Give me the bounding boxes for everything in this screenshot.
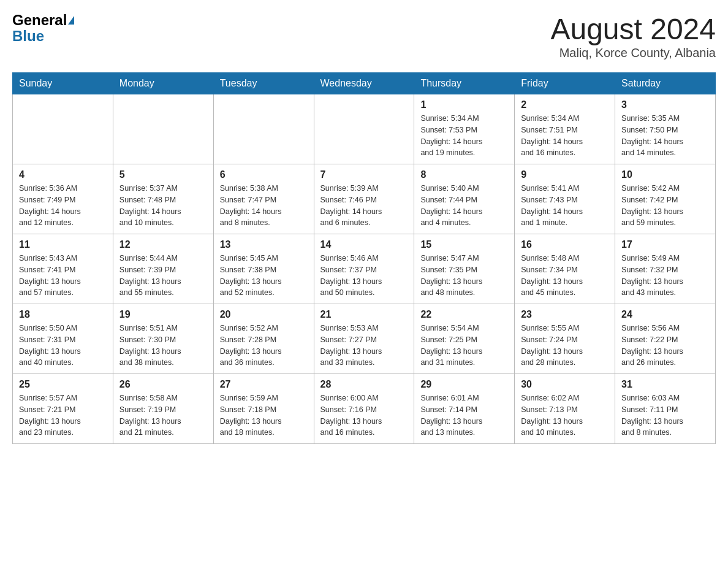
calendar-week-row: 25Sunrise: 5:57 AM Sunset: 7:21 PM Dayli… bbox=[13, 374, 716, 444]
calendar-cell: 26Sunrise: 5:58 AM Sunset: 7:19 PM Dayli… bbox=[113, 374, 213, 444]
day-info: Sunrise: 5:39 AM Sunset: 7:46 PM Dayligh… bbox=[320, 183, 408, 229]
calendar-cell: 10Sunrise: 5:42 AM Sunset: 7:42 PM Dayli… bbox=[615, 164, 716, 234]
day-info: Sunrise: 5:43 AM Sunset: 7:41 PM Dayligh… bbox=[19, 253, 107, 299]
calendar-cell: 28Sunrise: 6:00 AM Sunset: 7:16 PM Dayli… bbox=[314, 374, 414, 444]
day-info: Sunrise: 6:03 AM Sunset: 7:11 PM Dayligh… bbox=[621, 393, 709, 439]
day-info: Sunrise: 5:49 AM Sunset: 7:32 PM Dayligh… bbox=[621, 253, 709, 299]
calendar-cell: 21Sunrise: 5:53 AM Sunset: 7:27 PM Dayli… bbox=[314, 304, 414, 374]
calendar-cell: 3Sunrise: 5:35 AM Sunset: 7:50 PM Daylig… bbox=[615, 94, 716, 164]
day-number: 19 bbox=[119, 309, 207, 320]
day-info: Sunrise: 5:47 AM Sunset: 7:35 PM Dayligh… bbox=[420, 253, 508, 299]
calendar-cell: 7Sunrise: 5:39 AM Sunset: 7:46 PM Daylig… bbox=[314, 164, 414, 234]
day-number: 26 bbox=[119, 379, 207, 390]
day-info: Sunrise: 5:45 AM Sunset: 7:38 PM Dayligh… bbox=[220, 253, 308, 299]
day-number: 5 bbox=[119, 169, 207, 180]
calendar-cell bbox=[213, 94, 314, 164]
day-info: Sunrise: 5:36 AM Sunset: 7:49 PM Dayligh… bbox=[19, 183, 107, 229]
calendar-cell: 2Sunrise: 5:34 AM Sunset: 7:51 PM Daylig… bbox=[515, 94, 615, 164]
day-info: Sunrise: 5:56 AM Sunset: 7:22 PM Dayligh… bbox=[621, 323, 709, 369]
day-info: Sunrise: 5:35 AM Sunset: 7:50 PM Dayligh… bbox=[621, 113, 709, 159]
day-number: 10 bbox=[621, 169, 709, 180]
calendar-week-row: 11Sunrise: 5:43 AM Sunset: 7:41 PM Dayli… bbox=[13, 234, 716, 304]
day-info: Sunrise: 5:50 AM Sunset: 7:31 PM Dayligh… bbox=[19, 323, 107, 369]
day-number: 25 bbox=[19, 379, 107, 390]
calendar-cell: 16Sunrise: 5:48 AM Sunset: 7:34 PM Dayli… bbox=[515, 234, 615, 304]
day-number: 7 bbox=[320, 169, 408, 180]
calendar-cell: 17Sunrise: 5:49 AM Sunset: 7:32 PM Dayli… bbox=[615, 234, 716, 304]
calendar-cell: 11Sunrise: 5:43 AM Sunset: 7:41 PM Dayli… bbox=[13, 234, 113, 304]
day-number: 12 bbox=[119, 239, 207, 250]
calendar-cell: 23Sunrise: 5:55 AM Sunset: 7:24 PM Dayli… bbox=[515, 304, 615, 374]
day-info: Sunrise: 6:00 AM Sunset: 7:16 PM Dayligh… bbox=[320, 393, 408, 439]
day-number: 6 bbox=[220, 169, 308, 180]
calendar-cell: 20Sunrise: 5:52 AM Sunset: 7:28 PM Dayli… bbox=[213, 304, 314, 374]
calendar-week-row: 4Sunrise: 5:36 AM Sunset: 7:49 PM Daylig… bbox=[13, 164, 716, 234]
logo-blue: Blue bbox=[12, 28, 44, 44]
calendar-cell: 27Sunrise: 5:59 AM Sunset: 7:18 PM Dayli… bbox=[213, 374, 314, 444]
calendar-cell bbox=[13, 94, 113, 164]
calendar-cell: 6Sunrise: 5:38 AM Sunset: 7:47 PM Daylig… bbox=[213, 164, 314, 234]
calendar-table: SundayMondayTuesdayWednesdayThursdayFrid… bbox=[12, 72, 716, 444]
calendar-header-row: SundayMondayTuesdayWednesdayThursdayFrid… bbox=[13, 73, 716, 94]
day-number: 29 bbox=[420, 379, 508, 390]
calendar-cell: 29Sunrise: 6:01 AM Sunset: 7:14 PM Dayli… bbox=[414, 374, 515, 444]
day-number: 23 bbox=[521, 309, 609, 320]
day-info: Sunrise: 5:44 AM Sunset: 7:39 PM Dayligh… bbox=[119, 253, 207, 299]
col-header-wednesday: Wednesday bbox=[314, 73, 414, 94]
day-info: Sunrise: 5:42 AM Sunset: 7:42 PM Dayligh… bbox=[621, 183, 709, 229]
col-header-tuesday: Tuesday bbox=[213, 73, 314, 94]
day-info: Sunrise: 5:38 AM Sunset: 7:47 PM Dayligh… bbox=[220, 183, 308, 229]
calendar-cell: 5Sunrise: 5:37 AM Sunset: 7:48 PM Daylig… bbox=[113, 164, 213, 234]
calendar-cell: 15Sunrise: 5:47 AM Sunset: 7:35 PM Dayli… bbox=[414, 234, 515, 304]
day-info: Sunrise: 5:54 AM Sunset: 7:25 PM Dayligh… bbox=[420, 323, 508, 369]
col-header-monday: Monday bbox=[113, 73, 213, 94]
calendar-cell: 1Sunrise: 5:34 AM Sunset: 7:53 PM Daylig… bbox=[414, 94, 515, 164]
calendar-cell: 18Sunrise: 5:50 AM Sunset: 7:31 PM Dayli… bbox=[13, 304, 113, 374]
day-info: Sunrise: 5:48 AM Sunset: 7:34 PM Dayligh… bbox=[521, 253, 609, 299]
day-number: 14 bbox=[320, 239, 408, 250]
day-info: Sunrise: 6:02 AM Sunset: 7:13 PM Dayligh… bbox=[521, 393, 609, 439]
day-info: Sunrise: 5:58 AM Sunset: 7:19 PM Dayligh… bbox=[119, 393, 207, 439]
day-info: Sunrise: 6:01 AM Sunset: 7:14 PM Dayligh… bbox=[420, 393, 508, 439]
day-info: Sunrise: 5:34 AM Sunset: 7:51 PM Dayligh… bbox=[521, 113, 609, 159]
calendar-week-row: 18Sunrise: 5:50 AM Sunset: 7:31 PM Dayli… bbox=[13, 304, 716, 374]
day-number: 3 bbox=[621, 99, 709, 110]
day-number: 16 bbox=[521, 239, 609, 250]
day-info: Sunrise: 5:37 AM Sunset: 7:48 PM Dayligh… bbox=[119, 183, 207, 229]
day-number: 18 bbox=[19, 309, 107, 320]
day-info: Sunrise: 5:57 AM Sunset: 7:21 PM Dayligh… bbox=[19, 393, 107, 439]
logo: General Blue bbox=[12, 12, 74, 45]
month-title: August 2024 bbox=[550, 12, 716, 46]
day-number: 13 bbox=[220, 239, 308, 250]
day-number: 11 bbox=[19, 239, 107, 250]
day-number: 15 bbox=[420, 239, 508, 250]
col-header-saturday: Saturday bbox=[615, 73, 716, 94]
day-number: 31 bbox=[621, 379, 709, 390]
day-number: 24 bbox=[621, 309, 709, 320]
calendar-cell: 19Sunrise: 5:51 AM Sunset: 7:30 PM Dayli… bbox=[113, 304, 213, 374]
day-info: Sunrise: 5:46 AM Sunset: 7:37 PM Dayligh… bbox=[320, 253, 408, 299]
day-info: Sunrise: 5:41 AM Sunset: 7:43 PM Dayligh… bbox=[521, 183, 609, 229]
day-number: 21 bbox=[320, 309, 408, 320]
calendar-cell: 12Sunrise: 5:44 AM Sunset: 7:39 PM Dayli… bbox=[113, 234, 213, 304]
calendar-cell bbox=[113, 94, 213, 164]
day-number: 27 bbox=[220, 379, 308, 390]
calendar-cell: 22Sunrise: 5:54 AM Sunset: 7:25 PM Dayli… bbox=[414, 304, 515, 374]
calendar-cell bbox=[314, 94, 414, 164]
day-number: 4 bbox=[19, 169, 107, 180]
calendar-cell: 4Sunrise: 5:36 AM Sunset: 7:49 PM Daylig… bbox=[13, 164, 113, 234]
title-block: August 2024 Maliq, Korce County, Albania bbox=[550, 12, 716, 60]
logo-triangle-icon bbox=[68, 16, 74, 25]
col-header-friday: Friday bbox=[515, 73, 615, 94]
day-info: Sunrise: 5:59 AM Sunset: 7:18 PM Dayligh… bbox=[220, 393, 308, 439]
day-number: 8 bbox=[420, 169, 508, 180]
day-number: 20 bbox=[220, 309, 308, 320]
calendar-cell: 24Sunrise: 5:56 AM Sunset: 7:22 PM Dayli… bbox=[615, 304, 716, 374]
col-header-sunday: Sunday bbox=[13, 73, 113, 94]
day-info: Sunrise: 5:34 AM Sunset: 7:53 PM Dayligh… bbox=[420, 113, 508, 159]
calendar-cell: 14Sunrise: 5:46 AM Sunset: 7:37 PM Dayli… bbox=[314, 234, 414, 304]
day-info: Sunrise: 5:52 AM Sunset: 7:28 PM Dayligh… bbox=[220, 323, 308, 369]
day-number: 17 bbox=[621, 239, 709, 250]
calendar-week-row: 1Sunrise: 5:34 AM Sunset: 7:53 PM Daylig… bbox=[13, 94, 716, 164]
calendar-cell: 13Sunrise: 5:45 AM Sunset: 7:38 PM Dayli… bbox=[213, 234, 314, 304]
